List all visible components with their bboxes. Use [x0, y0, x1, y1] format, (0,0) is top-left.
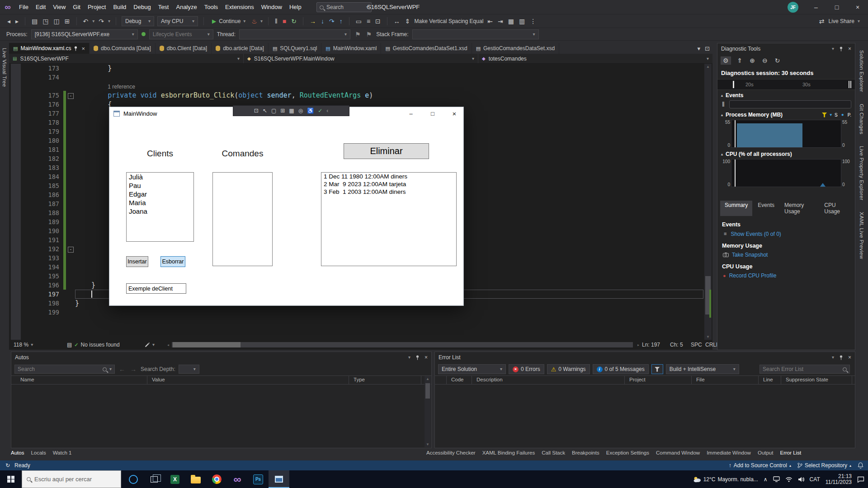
settings-icon[interactable]: ⚙ [721, 56, 731, 65]
popup-icon[interactable]: ⊡ [374, 17, 382, 25]
side-tab-solution-explorer[interactable]: Solution Explorer [859, 50, 864, 92]
align-right-edges-icon[interactable]: ⇥ [497, 17, 504, 25]
panel-tab-accessibility-checker[interactable]: Accessibility Checker [426, 448, 476, 457]
diag-tab-events[interactable]: Events [753, 201, 779, 216]
menu-edit[interactable]: Edit [32, 0, 49, 14]
list-item[interactable]: Pau [127, 181, 193, 190]
diag-tab-summary[interactable]: Summary [720, 201, 752, 216]
pin-icon[interactable] [74, 46, 78, 51]
wifi-icon[interactable] [785, 477, 793, 482]
menu-extensions[interactable]: Extensions [222, 0, 258, 14]
insertar-button[interactable]: Insertar [126, 256, 148, 267]
expander-icon[interactable]: ▴ [721, 152, 723, 156]
column-header-name[interactable]: Name [11, 376, 147, 384]
panel-tab-immediate-window[interactable]: Immediate Window [707, 448, 751, 457]
show-hidden-icons[interactable]: ∧ [764, 476, 768, 483]
thread-dropdown[interactable]: ▾ [239, 29, 350, 39]
lifecycle-events-dropdown[interactable]: Lifecycle Events▾ [149, 29, 213, 39]
taskbar-app-visual-studio[interactable] [227, 470, 248, 488]
track-focused-element-icon[interactable]: ◎ [298, 108, 303, 113]
list-item[interactable]: Maria [127, 198, 193, 207]
fold-collapse-icon[interactable]: - [68, 247, 74, 253]
redo-icon[interactable]: ↷ [98, 17, 105, 25]
window-position-icon[interactable]: ▾ [832, 47, 834, 51]
column-header-value[interactable]: Value [147, 376, 349, 384]
column-header-suppression-state[interactable]: Suppression State [781, 376, 852, 384]
align-left-edges-icon[interactable]: ⇤ [486, 17, 494, 25]
app-maximize-button[interactable]: □ [424, 107, 442, 120]
taskbar-app-photoshop[interactable] [248, 470, 269, 488]
menu-window[interactable]: Window [258, 0, 286, 14]
breakpoint-margin[interactable] [11, 64, 21, 340]
list-item[interactable]: 3 Feb 1 2003 12:00AM diners [321, 188, 456, 196]
breadcrumb-member[interactable]: ◆ totesComandes ▾ [478, 54, 712, 63]
taskbar-app-file-explorer[interactable] [185, 470, 206, 488]
search-input[interactable] [18, 366, 100, 372]
list-item[interactable]: 2 Mar 9 2023 12:00AM tarjeta [321, 180, 456, 188]
scroll-right-icon[interactable]: ▸ [635, 343, 642, 347]
open-file-icon[interactable]: ◳ [42, 17, 49, 25]
close-panel-icon[interactable]: × [425, 354, 428, 361]
show-in-live-visual-tree-icon[interactable]: ⊡ [254, 108, 259, 113]
new-file-icon[interactable]: ▤ [31, 17, 38, 25]
filter-icon[interactable] [822, 113, 827, 117]
weather-widget[interactable]: 12°C Mayorm. nubla... [693, 476, 758, 483]
show-next-statement-icon[interactable]: → [309, 17, 317, 25]
breadcrumb-type[interactable]: ◆ S16SQLServerWPF.MainWindow ▾ [244, 54, 478, 63]
app-minimize-button[interactable]: – [402, 107, 420, 120]
panel-tab-watch-1[interactable]: Watch 1 [53, 448, 72, 457]
panel-tab-locals[interactable]: Locals [31, 448, 46, 457]
configuration-dropdown[interactable]: Debug▾ [122, 16, 154, 26]
tab-list-icon[interactable]: ▾ [698, 45, 701, 52]
errors-toggle[interactable]: × 0 Errors [509, 364, 544, 374]
pin-icon[interactable] [839, 47, 843, 52]
show-events-link[interactable]: ≡ Show Events (0 of 0) [717, 229, 855, 239]
list-item[interactable]: 1 Dec 11 1980 12:00AM diners [321, 173, 456, 180]
side-tab-live-visual-tree[interactable]: Live Visual Tree [2, 48, 7, 87]
menu-file[interactable]: File [15, 0, 32, 14]
warnings-toggle[interactable]: ⚠ 0 Warnings [547, 364, 590, 374]
side-tab-git-changes[interactable]: Git Changes [859, 104, 864, 134]
step-into-icon[interactable]: ↓ [320, 17, 325, 25]
save-all-icon[interactable]: ⊞ [64, 17, 71, 25]
make-horizontal-spacing-equal-icon[interactable]: ↔ [393, 17, 401, 25]
export-icon[interactable]: ⇑ [736, 56, 744, 65]
close-tab-icon[interactable]: × [81, 45, 85, 52]
hot-reload-applied-icon[interactable]: ✓ [318, 108, 322, 113]
clients-listbox[interactable]: JuliàPauEdgarMariaJoana [126, 172, 194, 242]
column-header-line[interactable]: Line [759, 376, 781, 384]
pin-icon[interactable] [839, 355, 843, 360]
snap-to-grid-icon[interactable]: ▦ [289, 108, 294, 113]
panel-tab-command-window[interactable]: Command Window [656, 448, 700, 457]
search-input[interactable] [763, 366, 840, 372]
menu-build[interactable]: Build [109, 0, 130, 14]
float-preview-icon[interactable]: ⊡ [705, 45, 710, 52]
eliminar-button[interactable]: Eliminar [344, 143, 429, 159]
navigate-backward-icon[interactable]: ◂ [6, 17, 11, 25]
close-panel-icon[interactable]: × [848, 354, 851, 361]
menu-test[interactable]: Test [155, 0, 173, 14]
zoom-out-icon[interactable]: ⊖ [761, 56, 769, 65]
panel-tab-output[interactable]: Output [758, 448, 774, 457]
comandes-listbox[interactable] [212, 172, 273, 266]
column-header-code[interactable]: Code [447, 376, 472, 384]
autos-search-box[interactable]: ▾ [14, 365, 115, 374]
tab-mainwindow-xaml-cs[interactable]: ▤MainWindow.xaml.cs× [9, 43, 90, 54]
expander-icon[interactable]: ▴ [721, 94, 723, 98]
side-tab-live-property-explorer[interactable]: Live Property Explorer [859, 146, 864, 200]
autos-scrollbar[interactable]: ▲ ▼ [425, 376, 431, 447]
toolbar-overflow-icon[interactable]: ⋮ [529, 17, 537, 25]
taskbar-app-excel[interactable] [165, 470, 185, 488]
column-header-file[interactable]: File [692, 376, 759, 384]
make-vertical-spacing-equal-icon[interactable]: ⇕ [404, 17, 411, 25]
minimize-button[interactable]: – [806, 0, 826, 14]
stack-frame-dropdown[interactable]: ▾ [412, 29, 539, 39]
row-options-icon[interactable]: ▥ [518, 17, 526, 25]
language-indicator[interactable]: CAT [810, 476, 820, 483]
maximize-button[interactable]: □ [826, 0, 847, 14]
scope-dropdown[interactable]: Entire Solution▾ [438, 364, 506, 374]
panel-tab-xaml-binding-failures[interactable]: XAML Binding Failures [482, 448, 535, 457]
breadcrumb-project[interactable]: ▤ S16SQLServerWPF ▾ [9, 54, 244, 63]
collapse-toolbar-icon[interactable]: ‹ [326, 108, 328, 113]
tab-sqlquery1-sql[interactable]: ▤SQLQuery1.sql [269, 43, 321, 54]
